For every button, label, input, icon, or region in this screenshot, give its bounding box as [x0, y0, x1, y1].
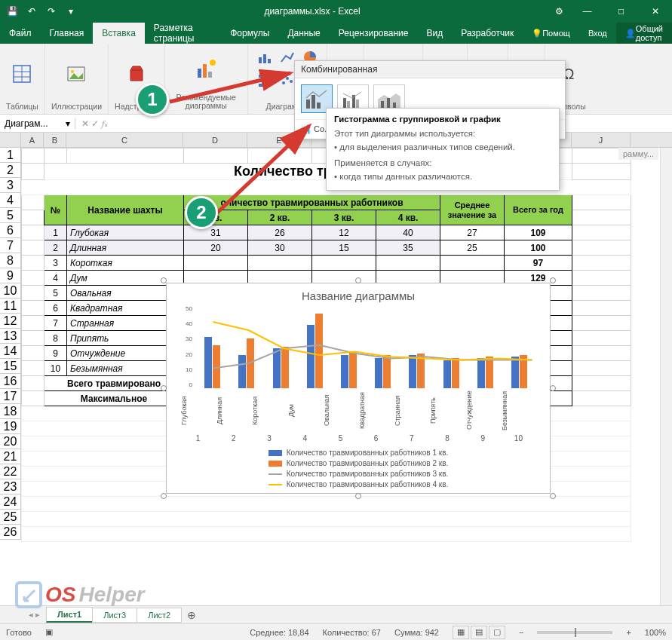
qat-more-icon[interactable]: ▾ — [65, 5, 77, 17]
ribbon-tabs: Файл Главная Вставка Разметка страницы Ф… — [0, 23, 672, 44]
th-number: № — [44, 195, 67, 225]
share-button[interactable]: 👤 Общий доступ — [616, 23, 672, 44]
row-header[interactable]: 21 — [0, 449, 21, 464]
row-header[interactable]: 18 — [0, 404, 21, 419]
tab-review[interactable]: Рецензирование — [330, 23, 418, 44]
row-header[interactable]: 7 — [0, 238, 21, 253]
tab-data[interactable]: Данные — [278, 23, 329, 44]
title-bar: 💾 ↶ ↷ ▾ диаграммы.xlsx - Excel ⚙ — □ ✕ — [0, 0, 672, 23]
row-header[interactable]: 25 — [0, 510, 21, 525]
row-headers: 1234567891011121314151617181920212223242… — [0, 148, 21, 542]
zoom-in-button[interactable]: + — [626, 628, 631, 637]
zoom-level[interactable]: 100% — [645, 628, 666, 637]
close-button[interactable]: ✕ — [638, 0, 672, 23]
status-bar: Готово ▣ Среднее: 18,84 Количество: 67 С… — [0, 623, 672, 640]
svg-rect-36 — [343, 98, 346, 109]
annotation-2: 2 — [185, 196, 218, 229]
watermark: OSHelper — [15, 581, 145, 608]
svg-rect-11 — [263, 54, 266, 63]
tab-insert[interactable]: Вставка — [93, 23, 145, 44]
view-page-break-icon[interactable]: ▢ — [489, 626, 505, 639]
zoom-out-button[interactable]: − — [519, 628, 523, 637]
chart-legend[interactable]: Количество травмированных работников 1 к… — [167, 449, 550, 488]
tab-formulas[interactable]: Формулы — [221, 23, 278, 44]
chevron-down-icon[interactable]: ▾ — [66, 118, 70, 129]
svg-line-44 — [215, 126, 309, 215]
view-page-layout-icon[interactable]: ▤ — [471, 626, 487, 639]
tell-me[interactable]: 💡 Помощ — [523, 23, 579, 44]
chart-plot-area[interactable]: 50403020100 — [180, 305, 536, 388]
tab-view[interactable]: Вид — [417, 23, 452, 44]
table-row[interactable]: 2Длинная2030153525100 — [22, 240, 631, 256]
tooltip-line: • когда типы данных различаются. — [334, 171, 551, 183]
sheet-tab-1[interactable]: Лист1 — [46, 607, 93, 623]
sheet-tab-3[interactable]: Лист3 — [92, 608, 137, 623]
minimize-button[interactable]: — — [570, 0, 604, 23]
row-header[interactable]: 19 — [0, 419, 21, 434]
save-icon[interactable]: 💾 — [6, 5, 18, 17]
undo-icon[interactable]: ↶ — [26, 5, 38, 17]
row-header[interactable]: 13 — [0, 329, 21, 344]
table-icon[interactable] — [10, 62, 34, 86]
row-header[interactable]: 6 — [0, 223, 21, 238]
sheet-nav[interactable]: ◂ ▸ — [23, 610, 46, 620]
row-header[interactable]: 8 — [0, 253, 21, 268]
row-header[interactable]: 20 — [0, 434, 21, 449]
maximize-button[interactable]: □ — [604, 0, 638, 23]
row-header[interactable]: 24 — [0, 495, 21, 510]
th-name: Название шахты — [67, 195, 184, 225]
tab-file[interactable]: Файл — [0, 23, 41, 44]
sheet-tab-2[interactable]: Лист2 — [137, 608, 182, 623]
ribbon-options-icon[interactable]: ⚙ — [548, 0, 570, 23]
pictures-icon[interactable] — [64, 62, 88, 86]
vertical-scrollbar[interactable] — [660, 148, 672, 605]
table-row[interactable]: 1Глубокая3126124027109 — [22, 225, 631, 240]
name-box[interactable]: Диаграм...▾ — [0, 118, 75, 129]
embedded-chart[interactable]: Название диаграммы 50403020100 ГлубокаяД… — [166, 283, 551, 494]
row-header[interactable]: 14 — [0, 344, 21, 359]
status-record-macro-icon[interactable]: ▣ — [45, 627, 53, 637]
zoom-slider[interactable] — [537, 631, 612, 634]
row-header[interactable]: 26 — [0, 525, 21, 540]
watermark-icon — [15, 581, 42, 608]
view-normal-icon[interactable]: ▦ — [453, 626, 469, 639]
select-all[interactable] — [0, 133, 21, 147]
fx-icon[interactable]: ✕ ✓ 𝑓ₓ — [75, 118, 114, 129]
row-header[interactable]: 11 — [0, 299, 21, 314]
tab-page-layout[interactable]: Разметка страницы — [145, 23, 221, 44]
ribbon-group-tables: Таблицы — [0, 44, 45, 114]
tab-home[interactable]: Главная — [41, 23, 94, 44]
tab-developer[interactable]: Разработчик — [452, 23, 523, 44]
row-header[interactable]: 2 — [0, 163, 21, 178]
svg-rect-34 — [311, 95, 315, 109]
row-header[interactable]: 3 — [0, 178, 21, 193]
row-header[interactable]: 10 — [0, 283, 21, 299]
col-header[interactable]: A — [21, 133, 44, 147]
row-header[interactable]: 9 — [0, 268, 21, 283]
tooltip-title: Гистограмма с группировкой и график — [334, 115, 551, 124]
col-header[interactable]: C — [66, 133, 183, 147]
add-sheet-button[interactable]: ⊕ — [181, 609, 202, 621]
tooltip-line: Этот тип диаграммы используется: — [334, 128, 551, 140]
table-row[interactable]: 3Короткая97 — [22, 256, 631, 271]
row-header[interactable]: 16 — [0, 374, 21, 389]
store-icon[interactable] — [124, 62, 149, 86]
status-count: Количество: 67 — [323, 628, 381, 637]
chart-title[interactable]: Название диаграммы — [167, 283, 550, 305]
row-header[interactable]: 4 — [0, 193, 21, 208]
row-header[interactable]: 12 — [0, 314, 21, 329]
svg-line-43 — [170, 73, 290, 102]
row-header[interactable]: 22 — [0, 464, 21, 479]
row-header[interactable]: 23 — [0, 479, 21, 495]
status-average: Среднее: 18,84 — [250, 628, 308, 637]
col-header[interactable]: J — [572, 133, 631, 147]
row-header[interactable]: 5 — [0, 208, 21, 223]
col-header[interactable]: B — [44, 133, 66, 147]
redo-icon[interactable]: ↷ — [45, 5, 57, 17]
chart-tooltip: Гистограмма с группировкой и график Этот… — [326, 108, 560, 191]
row-header[interactable]: 17 — [0, 389, 21, 404]
row-header[interactable]: 1 — [0, 148, 21, 163]
row-header[interactable]: 15 — [0, 359, 21, 374]
annotation-arrow-1 — [158, 64, 309, 124]
sign-in[interactable]: Вход — [579, 23, 616, 44]
